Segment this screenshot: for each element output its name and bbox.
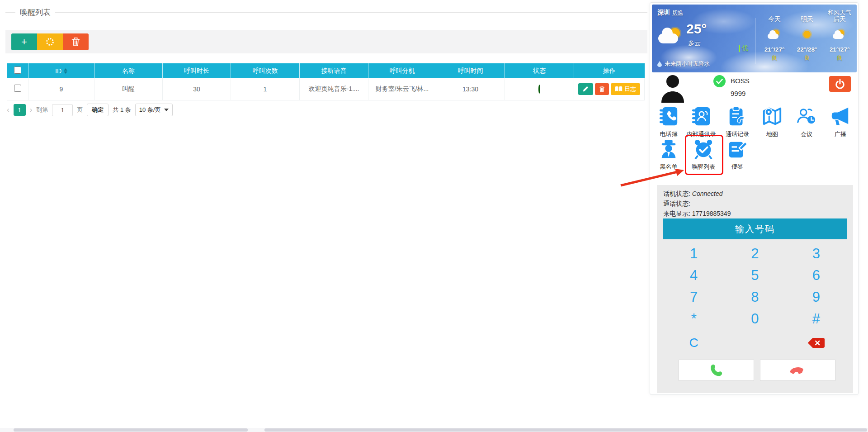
pagination: ‹ 1 › 到第 页 确定 共 1 条 10 条/页 [7,104,173,116]
weather-widget: 深圳切换 和风天气 25° 多云 优 未来两小时无降水 今天 21°/27° 良… [652,5,857,72]
scrollbar-thumb[interactable] [14,428,248,432]
power-icon [835,79,845,90]
select-all-checkbox[interactable] [14,66,21,74]
caller-id-value: 17719885349 [692,210,731,217]
user-extension: 9999 [731,90,745,97]
add-button[interactable]: + [11,33,37,50]
phone-call-icon [709,363,724,378]
hangup-button[interactable] [760,360,835,381]
page-size-select[interactable]: 10 条/页 [135,104,173,116]
online-status-icon [713,75,726,87]
softphone-panel: 深圳切换 和风天气 25° 多云 优 未来两小时无降水 今天 21°/27° 良… [650,2,859,395]
pencil-icon [582,85,589,92]
map-icon [762,106,783,127]
title-rule-left [5,12,15,13]
batch-delete-button[interactable] [63,33,89,50]
current-page-button[interactable]: 1 [14,104,26,116]
forecast-today: 今天 21°/27° 良 [760,5,789,72]
app-label: 会议 [789,130,824,138]
app-label: 地图 [755,130,790,138]
log-label: 日志 [624,85,636,93]
cell-duration: 30 [163,78,231,100]
goto-page-input[interactable] [52,104,73,116]
avatar [661,74,684,103]
dialpad-key-4[interactable]: 4 [663,265,724,286]
dialer-section: 话机状态: Connected 通话状态: 来电显示: 17719885349 … [657,185,853,393]
wakeup-table: ID 名称 呼叫时长 呼叫次数 接听语音 呼叫分机 呼叫时间 状态 操作 9 叫… [7,63,645,100]
dialpad-key-0[interactable]: 0 [724,308,785,330]
forecast-day-after: 后天 21°/27° 良 [825,5,854,72]
dialpad-key-1[interactable]: 1 [663,243,724,265]
city-switch-link[interactable]: 切换 [672,9,683,16]
meeting-icon [796,106,817,127]
trash-icon [71,37,80,47]
col-header-id[interactable]: ID [28,63,94,78]
dialpad-key-6[interactable]: 6 [786,265,847,286]
app-label: 通话记录 [720,130,755,138]
dialpad-aux-row: C [663,333,847,352]
spinner-icon [46,38,54,46]
rain-notice: 未来两小时无降水 [657,60,710,68]
weather-city: 深圳 [657,9,670,16]
row-checkbox[interactable] [14,85,21,92]
call-button[interactable] [679,360,754,381]
raindrop-icon [657,61,662,67]
cell-count: 1 [231,78,300,100]
col-header-duration: 呼叫时长 [163,63,231,78]
phone-state-value: Connected [692,190,723,197]
phone-state-label: 话机状态: [663,190,690,197]
confirm-page-button[interactable]: 确定 [87,104,108,116]
backspace-icon[interactable] [807,337,825,349]
phonebook-icon [658,106,679,127]
refresh-button[interactable] [37,33,63,50]
dialpad-key-3[interactable]: 3 [786,243,847,265]
plus-icon: + [21,36,27,48]
app-call-records[interactable]: 通话记录 [720,106,755,138]
dialpad-key-2[interactable]: 2 [724,243,785,265]
page-unit-label: 页 [77,106,83,114]
scrollbar-thumb[interactable] [264,428,867,432]
app-label: 广播 [823,130,858,138]
book-icon [615,86,623,92]
cell-name: 叫醒 [94,78,163,100]
col-header-time: 呼叫时间 [436,63,505,78]
dial-number-display[interactable]: 输入号码 [663,218,847,239]
dialpad-key-5[interactable]: 5 [724,265,785,286]
logout-button[interactable] [829,76,851,92]
weather-temperature: 25° [686,21,707,37]
contacts-icon [691,106,712,127]
app-internal-contacts[interactable]: 内部通讯录 [684,106,719,138]
weather-divider [755,18,755,64]
dialpad-key-pound[interactable]: # [786,308,847,330]
app-map[interactable]: 地图 [755,106,790,138]
dialpad-key-7[interactable]: 7 [663,286,724,308]
table-header-row: ID 名称 呼叫时长 呼叫次数 接听语音 呼叫分机 呼叫时间 状态 操作 [7,63,645,78]
dialpad-key-9[interactable]: 9 [786,286,847,308]
app-meeting[interactable]: 会议 [789,106,824,138]
app-broadcast[interactable]: 广播 [823,106,858,138]
dialpad-key-star[interactable]: * [663,308,724,330]
app-phonebook[interactable]: 电话簿 [651,106,686,138]
dialpad-key-8[interactable]: 8 [724,286,785,308]
sort-icon[interactable] [64,68,67,74]
sunny-icon [800,30,814,41]
cell-extension: 财务室/朱云飞/林... [368,78,436,100]
phone-status-lines: 话机状态: Connected 通话状态: 来电显示: 17719885349 [663,189,731,218]
chevron-down-icon [164,109,169,111]
app-blacklist[interactable]: 黑名单 [651,138,686,171]
delete-button[interactable] [595,83,609,95]
log-button[interactable]: 日志 [611,83,640,95]
horizontal-scrollbar[interactable] [0,428,868,432]
edit-button[interactable] [578,83,593,95]
clear-key[interactable]: C [689,336,698,350]
col-header-count: 呼叫次数 [231,63,300,78]
prev-page-button[interactable]: ‹ [7,105,9,114]
caller-id-label: 来电显示: [663,210,690,217]
col-header-extension: 呼叫分机 [368,63,436,78]
table-row: 9 叫醒 30 1 欢迎页纯音乐-1.... 财务室/朱云飞/林... 13:3… [7,78,645,100]
status-indicator [538,85,540,94]
next-page-button[interactable]: › [30,105,33,114]
app-notes[interactable]: 便签 [720,138,755,171]
app-label: 便签 [720,163,755,171]
total-count-label: 共 1 条 [113,106,131,114]
